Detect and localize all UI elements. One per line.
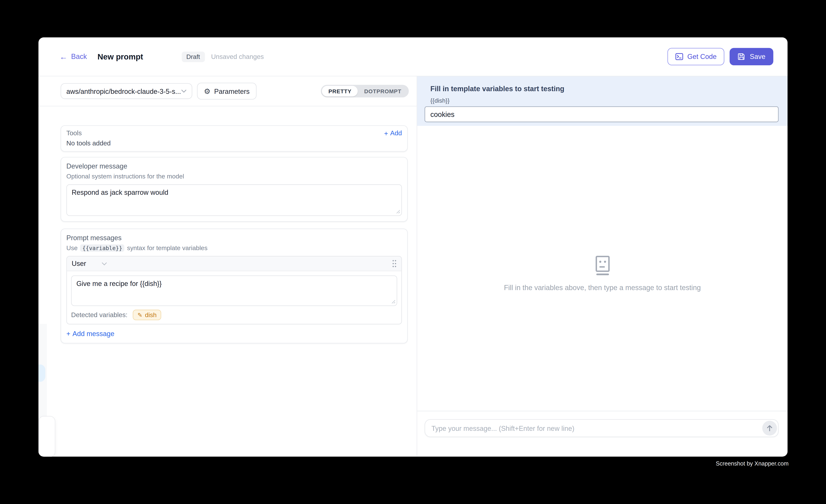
tools-card: Tools + Add No tools added xyxy=(61,125,408,151)
page-title: New prompt xyxy=(98,52,143,61)
developer-message-textarea[interactable]: Respond as jack sparrow would xyxy=(66,184,402,216)
add-tool-label: Add xyxy=(390,129,402,137)
watermark-text: Screenshot by Xnapper.com xyxy=(716,460,789,467)
test-panel: Fill in template variables to start test… xyxy=(417,76,787,456)
message-body: Give me a recipe for {{dish}} Detected v… xyxy=(67,271,401,324)
developer-message-title: Developer message xyxy=(66,162,402,170)
arrow-left-icon: ← xyxy=(60,53,67,61)
header: ← Back New prompt Draft Unsaved changes … xyxy=(39,37,787,76)
get-code-button[interactable]: Get Code xyxy=(667,48,724,65)
detected-variables-row: Detected variables: ✎ dish xyxy=(71,310,397,320)
chat-message-input[interactable] xyxy=(425,419,779,437)
chevron-down-icon xyxy=(181,89,186,93)
variable-value-input[interactable] xyxy=(425,106,779,122)
plus-icon: + xyxy=(384,130,388,137)
model-select-value: aws/anthropic/bedrock-claude-3-5-s... xyxy=(66,87,181,95)
toggle-pretty[interactable]: PRETTY xyxy=(322,86,358,96)
save-button[interactable]: Save xyxy=(730,48,773,65)
prompt-messages-title: Prompt messages xyxy=(66,234,402,242)
prompt-messages-card: Prompt messages Use {{variable}} syntax … xyxy=(61,229,408,343)
toggle-dotprompt[interactable]: DOTPROMPT xyxy=(358,86,408,96)
gear-icon: ⚙ xyxy=(204,87,211,95)
editor-toolbar: aws/anthropic/bedrock-claude-3-5-s... ⚙ … xyxy=(39,76,417,106)
plus-icon: + xyxy=(66,330,70,337)
header-actions: Get Code Save xyxy=(667,48,773,65)
template-variables-section: Fill in template variables to start test… xyxy=(417,76,787,126)
template-variables-title: Fill in template variables to start test… xyxy=(430,85,788,93)
prompt-editor-panel: aws/anthropic/bedrock-claude-3-5-s... ⚙ … xyxy=(39,76,417,456)
empty-state-text: Fill in the variables above, then type a… xyxy=(504,284,701,292)
variable-chip-name: dish xyxy=(145,311,157,319)
screen: ← Back New prompt Draft Unsaved changes … xyxy=(0,0,826,504)
save-icon xyxy=(738,53,746,61)
variable-name-label: {{dish}} xyxy=(430,98,788,104)
unsaved-changes-text: Unsaved changes xyxy=(211,53,264,60)
arrow-up-icon xyxy=(766,425,773,432)
parameters-button[interactable]: ⚙ Parameters xyxy=(197,83,256,100)
chat-input-bar xyxy=(417,411,787,456)
app-window: ← Back New prompt Draft Unsaved changes … xyxy=(39,37,787,456)
model-select[interactable]: aws/anthropic/bedrock-claude-3-5-s... xyxy=(61,83,192,99)
send-button[interactable] xyxy=(762,421,777,436)
sidebar-active-item[interactable] xyxy=(39,364,45,382)
save-label: Save xyxy=(750,53,765,61)
add-message-label: Add message xyxy=(72,330,114,337)
terminal-icon xyxy=(675,53,683,61)
robot-face-icon xyxy=(595,255,610,275)
main-split: aws/anthropic/bedrock-claude-3-5-s... ⚙ … xyxy=(39,76,787,456)
role-select[interactable]: User xyxy=(72,260,86,267)
back-button[interactable]: ← Back xyxy=(60,53,87,61)
hint-code: {{variable}} xyxy=(80,244,124,252)
back-label: Back xyxy=(71,53,87,61)
developer-message-card: Developer message Optional system instru… xyxy=(61,157,408,222)
variable-chip[interactable]: ✎ dish xyxy=(133,310,161,320)
status-badge: Draft xyxy=(182,51,205,62)
message-block: User xyxy=(66,256,402,324)
hint-suffix: syntax for template variables xyxy=(127,244,208,252)
message-header: User xyxy=(67,256,401,271)
pencil-icon: ✎ xyxy=(137,312,142,318)
parameters-label: Parameters xyxy=(214,87,250,95)
add-message-button[interactable]: + Add message xyxy=(66,330,402,337)
empty-state: Fill in the variables above, then type a… xyxy=(417,255,787,292)
editor-content: Tools + Add No tools added Developer mes… xyxy=(39,106,417,456)
chevron-down-icon[interactable] xyxy=(102,262,107,265)
variable-syntax-hint: Use {{variable}} syntax for template var… xyxy=(66,244,402,252)
sidebar-popover xyxy=(39,416,55,456)
tools-title: Tools xyxy=(66,129,82,137)
message-content-textarea[interactable]: Give me a recipe for {{dish}} xyxy=(71,275,397,306)
add-tool-button[interactable]: + Add xyxy=(384,129,402,137)
detected-variables-label: Detected variables: xyxy=(71,311,127,319)
get-code-label: Get Code xyxy=(687,53,717,61)
chat-area: Fill in the variables above, then type a… xyxy=(417,126,787,411)
tools-empty-text: No tools added xyxy=(66,140,402,147)
drag-handle-icon[interactable] xyxy=(392,260,397,267)
developer-message-subtitle: Optional system instructions for the mod… xyxy=(66,173,402,180)
hint-prefix: Use xyxy=(66,244,78,252)
view-toggle: PRETTY DOTPROMPT xyxy=(321,85,409,98)
